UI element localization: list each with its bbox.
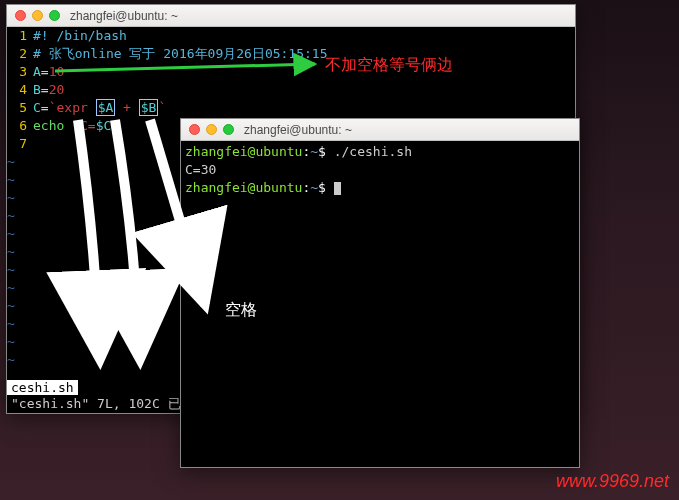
command: ./ceshi.sh xyxy=(334,144,412,159)
vim-status: ceshi.sh xyxy=(7,380,78,395)
annotation-no-space: 不加空格等号俩边 xyxy=(325,55,453,76)
ref-a: $A xyxy=(96,99,116,116)
code-line-2: # 张飞online 写于 2016年09月26日05:15:15 xyxy=(33,46,328,61)
vim-message: "ceshi.sh" 7L, 102C 已写 xyxy=(7,395,198,413)
ref-b: $B xyxy=(139,99,159,116)
watermark: www.9969.net xyxy=(556,471,669,492)
var-b: B xyxy=(33,82,41,97)
exec-window[interactable]: zhangfei@ubuntu: ~ zhangfei@ubuntu:~$ ./… xyxy=(180,118,580,468)
exec-titlebar[interactable]: zhangfei@ubuntu: ~ xyxy=(181,119,579,141)
val-b: 20 xyxy=(49,82,65,97)
close-icon[interactable] xyxy=(15,10,26,21)
minimize-icon[interactable] xyxy=(206,124,217,135)
minimize-icon[interactable] xyxy=(32,10,43,21)
cursor-icon xyxy=(334,182,341,195)
maximize-icon[interactable] xyxy=(49,10,60,21)
output-line: C=30 xyxy=(185,161,575,179)
prompt-path: ~ xyxy=(310,144,318,159)
editor-title: zhangfei@ubuntu: ~ xyxy=(70,9,178,23)
maximize-icon[interactable] xyxy=(223,124,234,135)
prompt-user: zhangfei@ubuntu xyxy=(185,144,302,159)
editor-titlebar[interactable]: zhangfei@ubuntu: ~ xyxy=(7,5,575,27)
exec-title: zhangfei@ubuntu: ~ xyxy=(244,123,352,137)
val-a: 10 xyxy=(49,64,65,79)
ref-c: $C xyxy=(96,118,112,133)
code-line-1: #! /bin/bash xyxy=(33,28,127,43)
close-icon[interactable] xyxy=(189,124,200,135)
annotation-space: 空格 xyxy=(225,300,257,321)
var-c: C xyxy=(33,100,41,115)
var-a: A xyxy=(33,64,41,79)
